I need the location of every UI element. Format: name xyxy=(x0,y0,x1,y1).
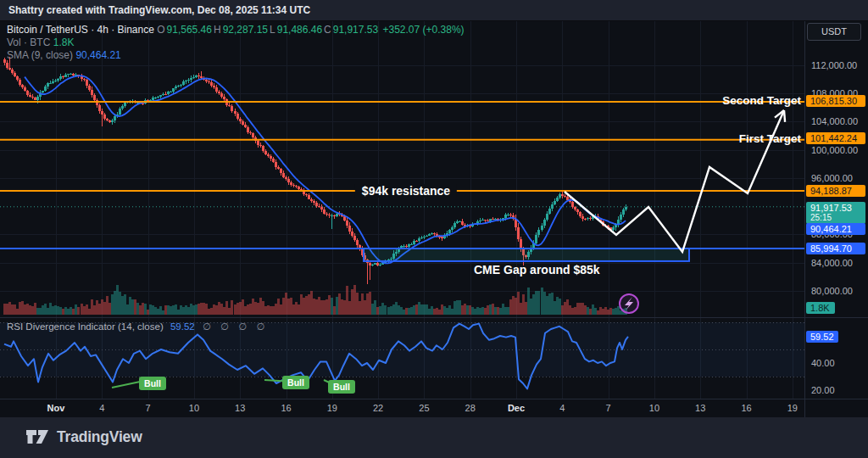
rsi-indicator-label: RSI Divergence Indicator (14, close) xyxy=(7,321,164,332)
volume-label: Vol · BTC xyxy=(7,36,50,48)
ohlc-key: C xyxy=(324,24,331,36)
time-tick-label: Nov xyxy=(47,403,65,413)
price-tick-label: 80,000.00 xyxy=(811,286,853,297)
price-tick-label: 20.00 xyxy=(811,385,835,396)
last-price-label: 91,917.5325:15 xyxy=(806,202,865,224)
resistance-price-label: 94,188.87 xyxy=(806,185,865,197)
price-scale[interactable]: 112,000.00108,000.00104,000.00100,000.00… xyxy=(805,21,868,399)
tradingview-logo-icon xyxy=(25,427,49,447)
sma-current: 90,464.21 xyxy=(75,49,120,61)
rsi-value-label: 59.52 xyxy=(806,331,838,343)
price-tick-label: 96,000.00 xyxy=(811,173,853,184)
legend-volume-row[interactable]: Vol · BTC 1.8K xyxy=(7,36,465,48)
time-tick-label: 10 xyxy=(649,403,659,413)
legend-sma-row[interactable]: SMA (9, close) 90,464.21 xyxy=(7,49,465,61)
ohlc-key: H xyxy=(214,24,221,36)
time-tick-label: 19 xyxy=(327,403,337,413)
time-tick-label: 28 xyxy=(465,403,476,413)
time-tick-label: 16 xyxy=(281,403,291,413)
tradingview-published-chart: BullBullBull Shattry created with Tradin… xyxy=(0,0,868,458)
svg-text:Bull: Bull xyxy=(144,378,161,388)
price-tick-label: 84,000.00 xyxy=(811,258,853,269)
time-tick-label: 19 xyxy=(787,403,798,413)
svg-text:Bull: Bull xyxy=(333,382,350,392)
rsi-bull-divergence-2: Bull xyxy=(324,380,355,394)
time-tick-label: 25 xyxy=(419,403,429,413)
price-tick-label: 40.00 xyxy=(811,358,835,369)
countdown: 25:15 xyxy=(810,213,861,223)
ohlc-key: O xyxy=(157,24,164,36)
symbol-title: Bitcoin / TetherUS · 4h · Binance xyxy=(7,24,154,36)
chart-legend: Bitcoin / TetherUS · 4h · Binance O91,56… xyxy=(7,24,465,62)
time-tick-label: 13 xyxy=(235,403,245,413)
rsi-indicator-value: 59.52 xyxy=(170,321,195,332)
cme-gap-box[interactable] xyxy=(364,249,689,261)
svg-text:Bull: Bull xyxy=(287,377,304,388)
ohlc-value: 91,565.46 xyxy=(167,24,212,36)
projection-arrowhead xyxy=(784,110,785,122)
time-tick-label: 13 xyxy=(695,403,705,413)
price-tick-label: 104,000.00 xyxy=(811,116,858,127)
cme-level-price-label: 85,994.70 xyxy=(806,243,865,254)
rsi-legend-row[interactable]: RSI Divergence Indicator (14, close) 59.… xyxy=(7,321,269,332)
price-tick-label: 112,000.00 xyxy=(811,60,857,71)
second-target-annotation[interactable]: Second Target xyxy=(722,94,801,107)
ohlc-value: 92,287.15 xyxy=(223,24,268,36)
time-tick-label: 16 xyxy=(741,403,751,413)
legend-symbol-row[interactable]: Bitcoin / TetherUS · 4h · Binance O91,56… xyxy=(7,24,465,36)
time-axis[interactable]: Nov4710131619222528Dec4710131619 xyxy=(0,399,868,417)
sma-value-label: 90,464.21 xyxy=(806,223,865,235)
rsi-indicator-params: ∅ ∅ ∅ ∅ xyxy=(203,321,269,332)
chart-canvas[interactable]: BullBullBull xyxy=(0,0,868,458)
ohlc-key: L xyxy=(270,24,275,36)
time-tick-label: 7 xyxy=(146,403,151,413)
ohlc-values: O91,565.46H92,287.15L91,486.46C91,917.53 xyxy=(157,24,380,36)
time-tick-label: 4 xyxy=(559,403,565,413)
price-tick-label: 100,000.00 xyxy=(811,145,858,156)
time-tick-label: 22 xyxy=(373,403,383,413)
resistance-annotation[interactable]: $94k resistance xyxy=(355,184,457,198)
volume-value-label: 1.8K xyxy=(806,302,835,314)
first-target-price-label: 101,442.24 xyxy=(806,132,865,144)
ohlc-value: 91,917.53 xyxy=(333,24,378,36)
time-tick-label: Dec xyxy=(508,403,525,413)
status-text: Shattry created with TradingView.com, De… xyxy=(8,4,310,16)
sma-line xyxy=(25,75,626,263)
sma-label: SMA (9, close) xyxy=(7,49,73,61)
boost-icon[interactable] xyxy=(620,294,638,313)
change-value: +352.07 (+0.38%) xyxy=(383,24,465,36)
volume-bars xyxy=(3,285,626,315)
rsi-bull-divergence-0: Bull xyxy=(112,377,166,390)
status-bar: Shattry created with TradingView.com, De… xyxy=(0,0,868,21)
second-target-price-label: 106,815.30 xyxy=(806,95,865,107)
volume-current: 1.8K xyxy=(53,36,75,48)
cme-gap-annotation[interactable]: CME Gap around $85k xyxy=(474,263,600,276)
ohlc-value: 91,486.46 xyxy=(277,24,322,36)
time-tick-label: 10 xyxy=(189,403,199,413)
time-tick-label: 4 xyxy=(99,403,104,413)
time-tick-label: 7 xyxy=(606,403,611,413)
tradingview-brand-text: TradingView xyxy=(57,428,142,446)
footer-bar: TradingView xyxy=(0,417,868,458)
first-target-annotation[interactable]: First Target xyxy=(739,132,801,145)
tradingview-brand-link[interactable]: TradingView xyxy=(25,427,142,447)
